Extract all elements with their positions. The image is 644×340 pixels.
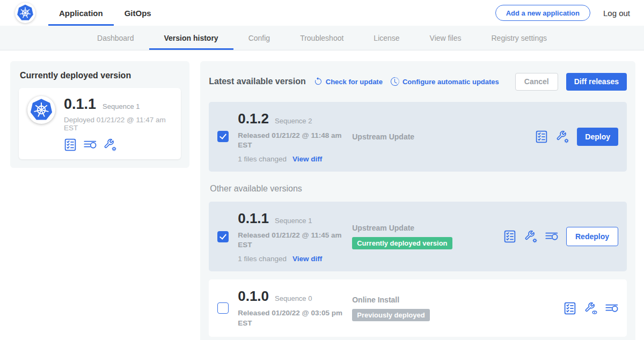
add-application-button[interactable]: Add a new application bbox=[495, 5, 590, 21]
schedule-icon bbox=[391, 77, 399, 86]
version-sequence: Sequence 1 bbox=[275, 217, 312, 225]
version-actions bbox=[564, 302, 618, 315]
preflight-checks-icon[interactable] bbox=[64, 138, 77, 151]
preflight-checks-icon[interactable] bbox=[503, 230, 516, 243]
kubernetes-logo-icon bbox=[29, 98, 54, 122]
version-number: 0.1.2 bbox=[238, 110, 269, 127]
app-sub-nav: Dashboard Version history Config Trouble… bbox=[0, 26, 644, 50]
kubernetes-logo-icon bbox=[16, 4, 34, 22]
released-timestamp: Released 01/21/22 @ 11:48 am EST bbox=[238, 131, 343, 150]
subnav-item-license[interactable]: License bbox=[358, 26, 414, 50]
topnav-tabs: Application GitOps bbox=[48, 0, 162, 26]
check-for-update-link[interactable]: Check for update bbox=[314, 77, 383, 86]
version-info: 0.1.0 Sequence 0 Released 01/20/22 @ 03:… bbox=[238, 288, 343, 328]
deployed-version-card: 0.1.1 Sequence 1 Deployed 01/21/22 @ 11:… bbox=[19, 88, 181, 159]
version-info: 0.1.2 Sequence 2 Released 01/21/22 @ 11:… bbox=[238, 110, 343, 163]
app-logo bbox=[27, 96, 55, 124]
released-timestamp: Released 01/20/22 @ 03:05 pm EST bbox=[238, 308, 343, 328]
deploy-logs-icon[interactable] bbox=[545, 230, 558, 243]
preflight-checks-icon[interactable] bbox=[564, 302, 576, 315]
version-number: 0.1.1 bbox=[238, 210, 269, 227]
version-source: Online Install Previously deployed bbox=[352, 295, 554, 321]
version-actions: Deploy bbox=[535, 128, 618, 146]
version-number: 0.1.0 bbox=[238, 288, 269, 305]
source-label: Upstream Update bbox=[352, 132, 526, 141]
version-checkbox[interactable] bbox=[217, 231, 229, 242]
topnav-spacer bbox=[162, 0, 495, 26]
subnav-item-dashboard[interactable]: Dashboard bbox=[82, 26, 149, 50]
preflight-checks-icon[interactable] bbox=[535, 130, 548, 143]
version-sequence: Sequence 2 bbox=[275, 117, 312, 125]
topnav-tab-gitops[interactable]: GitOps bbox=[114, 0, 162, 26]
subnav-item-troubleshoot[interactable]: Troubleshoot bbox=[285, 26, 358, 50]
edit-config-icon[interactable] bbox=[524, 230, 537, 243]
version-row: 0.1.0 Sequence 0 Released 01/20/22 @ 03:… bbox=[209, 279, 627, 336]
logout-button[interactable]: Log out bbox=[603, 9, 630, 18]
admin-console: Application GitOps Add a new application… bbox=[0, 0, 644, 340]
source-label: Upstream Update bbox=[352, 224, 494, 232]
main-content: Currently deployed version 0.1.1 Sequenc… bbox=[0, 50, 644, 340]
deploy-button[interactable]: Deploy bbox=[577, 128, 618, 146]
edit-config-icon[interactable] bbox=[104, 138, 116, 151]
version-source: Upstream Update Currently deployed versi… bbox=[352, 224, 494, 249]
version-sequence: Sequence 0 bbox=[275, 294, 312, 302]
subnav-item-config[interactable]: Config bbox=[233, 26, 285, 50]
deployed-version-details: 0.1.1 Sequence 1 Deployed 01/21/22 @ 11:… bbox=[64, 96, 172, 151]
latest-version-title: Latest available version bbox=[209, 77, 306, 86]
view-config-icon[interactable] bbox=[584, 302, 597, 315]
deploy-logs-icon[interactable] bbox=[84, 138, 97, 151]
version-checkbox[interactable] bbox=[217, 302, 229, 314]
deployed-version-number: 0.1.1 bbox=[64, 96, 96, 113]
version-source: Upstream Update bbox=[352, 132, 526, 141]
topnav-tab-application[interactable]: Application bbox=[48, 0, 114, 26]
currently-deployed-title: Currently deployed version bbox=[20, 71, 181, 80]
previously-deployed-badge: Previously deployed bbox=[352, 309, 429, 321]
view-diff-link[interactable]: View diff bbox=[292, 155, 322, 163]
view-diff-link[interactable]: View diff bbox=[292, 255, 322, 263]
redeploy-button[interactable]: Redeploy bbox=[566, 227, 618, 246]
files-changed-label: 1 files changed bbox=[238, 155, 287, 163]
deployed-version-actions bbox=[64, 138, 172, 151]
configure-automatic-updates-link[interactable]: Configure automatic updates bbox=[391, 77, 499, 86]
kubernetes-logo[interactable] bbox=[15, 3, 35, 23]
other-versions-title: Other available versions bbox=[210, 184, 627, 194]
deployed-version-sequence: Sequence 1 bbox=[103, 102, 140, 110]
top-nav: Application GitOps Add a new application… bbox=[0, 0, 644, 26]
check-for-update-label: Check for update bbox=[326, 78, 383, 86]
source-label: Online Install bbox=[352, 295, 554, 304]
version-row: 0.1.1 Sequence 1 Released 01/21/22 @ 11:… bbox=[209, 202, 627, 271]
deploy-logs-icon[interactable] bbox=[605, 302, 618, 315]
version-history-panel: Latest available version Check for updat… bbox=[200, 61, 635, 340]
currently-deployed-badge: Currently deployed version bbox=[352, 237, 452, 249]
deployed-timestamp: Deployed 01/21/22 @ 11:47 am EST bbox=[64, 116, 172, 132]
subnav-item-registry-settings[interactable]: Registry settings bbox=[477, 26, 562, 50]
version-row: 0.1.2 Sequence 2 Released 01/21/22 @ 11:… bbox=[209, 102, 627, 172]
version-info: 0.1.1 Sequence 1 Released 01/21/22 @ 11:… bbox=[238, 210, 343, 263]
currently-deployed-panel: Currently deployed version 0.1.1 Sequenc… bbox=[10, 61, 189, 168]
latest-version-header: Latest available version Check for updat… bbox=[209, 70, 627, 94]
edit-config-icon[interactable] bbox=[556, 130, 569, 143]
diff-releases-button[interactable]: Diff releases bbox=[566, 73, 627, 91]
configure-automatic-updates-label: Configure automatic updates bbox=[402, 78, 499, 86]
version-actions: Redeploy bbox=[503, 227, 618, 246]
version-checkbox[interactable] bbox=[217, 131, 229, 142]
files-changed-label: 1 files changed bbox=[238, 255, 287, 263]
cancel-button[interactable]: Cancel bbox=[515, 73, 558, 91]
refresh-icon bbox=[314, 77, 323, 86]
released-timestamp: Released 01/21/22 @ 11:45 am EST bbox=[238, 231, 343, 250]
subnav-item-view-files[interactable]: View files bbox=[415, 26, 477, 50]
subnav-item-version-history[interactable]: Version history bbox=[149, 26, 233, 50]
